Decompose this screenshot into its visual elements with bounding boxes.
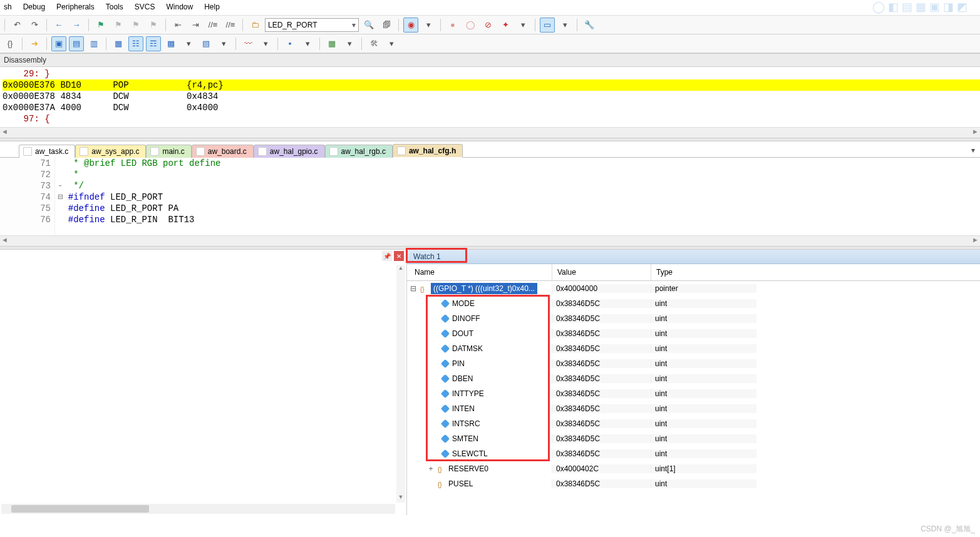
watch-row[interactable]: +RESERVE00x4000402Cuint[1] <box>407 461 980 476</box>
dropdown-icon[interactable]: ▾ <box>216 36 231 51</box>
pin-icon[interactable]: 📌 <box>382 251 392 261</box>
code-editor[interactable]: 717273747576 * @brief LED RGB port defin… <box>0 158 980 235</box>
menu-item[interactable]: Debug <box>23 3 45 11</box>
watch-row[interactable]: SMTEN0x38346D5Cuint <box>407 431 980 446</box>
watch-cell-value: 0x4000402C <box>552 464 651 473</box>
breakpoint-kill-icon[interactable]: ✦ <box>498 18 513 33</box>
menu-item[interactable]: Help <box>204 3 220 11</box>
dropdown-icon[interactable]: ▾ <box>384 36 399 51</box>
menu-item[interactable]: Peripherals <box>56 3 95 11</box>
undo-icon[interactable]: ↶ <box>9 18 24 33</box>
tools-icon[interactable]: 🛠 <box>366 36 381 51</box>
dropdown-icon[interactable]: ▾ <box>421 18 436 33</box>
file-tab[interactable]: aw_sys_app.c <box>75 145 146 158</box>
code-lines: * @brief LED RGB port define *- */⊟ #ifn… <box>55 158 220 235</box>
left-vscroll[interactable]: ▲ ▼ <box>396 265 405 503</box>
chip-icon[interactable]: ▦ <box>324 36 339 51</box>
window-3-icon[interactable]: ▥ <box>86 36 101 51</box>
watch-row[interactable]: INTEN0x38346D5Cuint <box>407 401 980 416</box>
find-next-icon[interactable]: 🔍 <box>361 18 376 33</box>
bookmark-next-icon[interactable]: ⚑ <box>128 18 143 33</box>
tree-collapse-icon[interactable]: ⊟ <box>410 284 417 293</box>
memory-icon[interactable]: ▩ <box>163 36 178 51</box>
watch-row[interactable]: SLEWCTL0x38346D5Cuint <box>407 446 980 461</box>
dropdown-icon[interactable]: ▾ <box>300 36 315 51</box>
disassembly-view[interactable]: 29: }0x0000E376 BD10 POP {r4,pc}0x0000E3… <box>0 67 980 127</box>
file-tab[interactable]: aw_task.c <box>19 145 75 158</box>
tree-expand-icon[interactable]: + <box>427 464 435 473</box>
watch-row[interactable]: INTTYPE0x38346D5Cuint <box>407 386 980 401</box>
trace-icon[interactable]: 〰 <box>240 36 255 51</box>
watch-icon[interactable]: ☶ <box>146 36 161 51</box>
watch-panel-title[interactable]: Watch 1 <box>407 250 980 264</box>
nav-back-icon[interactable]: ← <box>51 18 66 33</box>
watch-row[interactable]: DATMSK0x38346D5Cuint <box>407 341 980 356</box>
watch-cell-value: 0x38346D5C <box>552 314 651 323</box>
breakpoint-disable-icon[interactable]: ⊘ <box>480 18 495 33</box>
watch-col-name[interactable]: Name <box>407 264 552 280</box>
bookmark-clear-icon[interactable]: ⚑ <box>146 18 161 33</box>
watch-cell-name: ((GPIO_T *) (((uint32_t)0x40... <box>431 283 537 294</box>
watch-col-type[interactable]: Type <box>651 264 756 280</box>
settings-wrench-icon[interactable]: 🔧 <box>582 18 597 33</box>
registers-icon[interactable]: ▦ <box>111 36 126 51</box>
watch-row[interactable]: DINOFF0x38346D5Cuint <box>407 311 980 326</box>
view-window-icon[interactable]: ▭ <box>540 18 555 33</box>
code-hscroll[interactable] <box>0 235 980 246</box>
search-combo[interactable]: LED_R_PORT ▾ <box>265 18 359 32</box>
find-in-files-icon[interactable]: 🗐 <box>379 18 394 33</box>
close-icon[interactable]: ✕ <box>394 251 404 261</box>
indent-left-icon[interactable]: ⇤ <box>170 18 185 33</box>
menu-item[interactable]: Window <box>166 3 193 11</box>
struct-icon <box>420 285 428 292</box>
watch-cell-name: PUSEL <box>448 479 473 488</box>
uncomment-icon[interactable]: //≡ <box>223 18 238 33</box>
watch-row[interactable]: DOUT0x38346D5Cuint <box>407 326 980 341</box>
watch-row[interactable]: PIN0x38346D5Cuint <box>407 356 980 371</box>
dropdown-icon[interactable]: ▾ <box>342 36 357 51</box>
watch-col-value[interactable]: Value <box>552 264 651 280</box>
bookmark-prev-icon[interactable]: ⚑ <box>111 18 126 33</box>
reset-icon[interactable]: {} <box>3 36 18 51</box>
file-tab[interactable]: aw_board.c <box>192 145 254 158</box>
watch-cell-value: 0x38346D5C <box>552 419 651 428</box>
serial-icon[interactable]: ▧ <box>199 36 214 51</box>
file-tab[interactable]: aw_hal_rgb.c <box>325 145 393 158</box>
indent-right-icon[interactable]: ⇥ <box>188 18 203 33</box>
watch-row[interactable]: ⊟((GPIO_T *) (((uint32_t)0x40...0x400040… <box>407 281 980 296</box>
dropdown-icon[interactable]: ▾ <box>181 36 196 51</box>
callstack-icon[interactable]: ☷ <box>128 36 143 51</box>
disassembly-hscroll[interactable] <box>0 127 980 138</box>
menu-item[interactable]: sh <box>4 3 12 11</box>
watch-row[interactable]: PUSEL0x38346D5Cuint <box>407 476 980 491</box>
breakpoint-toggle-icon[interactable]: ◯ <box>463 18 478 33</box>
file-tab[interactable]: aw_hal_gpio.c <box>254 145 325 158</box>
debug-start-icon[interactable]: ◉ <box>403 18 418 33</box>
dropdown-icon[interactable]: ▾ <box>557 18 572 33</box>
comment-icon[interactable]: //≡ <box>205 18 220 33</box>
redo-icon[interactable]: ↷ <box>27 18 42 33</box>
bookmark-flag-icon[interactable]: ⚑ <box>93 18 108 33</box>
watch-cell-name: DINOFF <box>452 314 480 323</box>
find-file-icon[interactable]: 🗀 <box>247 18 262 33</box>
window-2-icon[interactable]: ▤ <box>69 36 84 51</box>
field-icon <box>441 374 450 383</box>
breakpoint-insert-icon[interactable]: ● <box>445 18 460 33</box>
run-to-cursor-icon[interactable]: ➔ <box>27 36 42 51</box>
struct-icon <box>438 465 445 473</box>
dropdown-icon[interactable]: ▾ <box>258 36 273 51</box>
menu-item[interactable]: SVCS <box>135 3 155 11</box>
analyzer-icon[interactable]: ▪ <box>282 36 297 51</box>
menu-item[interactable]: Tools <box>106 3 123 11</box>
watch-cell-name: MODE <box>452 299 475 308</box>
tabs-overflow-icon[interactable]: ▾ <box>966 143 980 157</box>
watch-row[interactable]: INTSRC0x38346D5Cuint <box>407 416 980 431</box>
watch-row[interactable]: MODE0x38346D5Cuint <box>407 296 980 311</box>
file-tab[interactable]: aw_hal_cfg.h <box>393 144 463 158</box>
left-hscroll[interactable] <box>1 504 395 514</box>
dropdown-icon[interactable]: ▾ <box>515 18 530 33</box>
file-tab[interactable]: main.c <box>146 145 191 158</box>
watch-row[interactable]: DBEN0x38346D5Cuint <box>407 371 980 386</box>
window-1-icon[interactable]: ▣ <box>51 36 66 51</box>
nav-fwd-icon[interactable]: → <box>69 18 84 33</box>
